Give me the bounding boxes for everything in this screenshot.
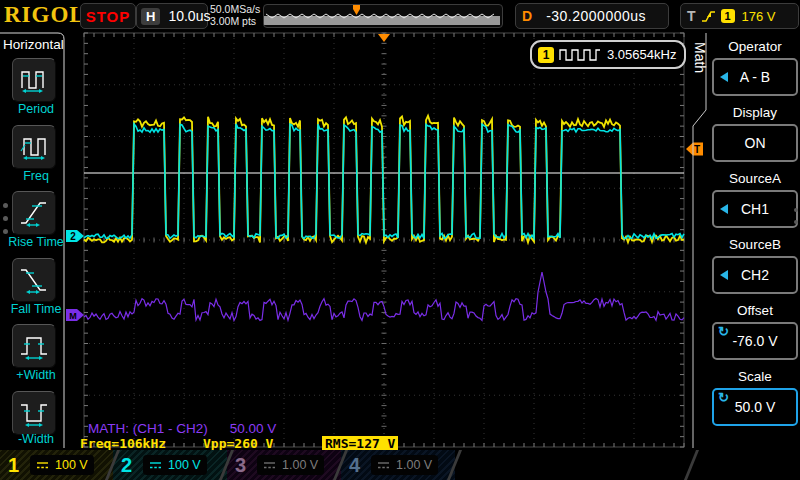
neg-width-icon	[18, 397, 50, 429]
channel-4-badge[interactable]: 4 1.00 V	[341, 450, 455, 480]
run-state-button[interactable]: STOP	[80, 3, 136, 29]
delay-value: -30.2000000us	[546, 8, 646, 24]
trigger-t-label: T	[687, 8, 696, 24]
knob-rotate-icon: ↻	[718, 390, 729, 405]
ch2-trace	[84, 124, 684, 239]
channel-1-badge[interactable]: 1 100 V	[0, 450, 113, 480]
trigger-level-value: 176 V	[742, 9, 776, 24]
trigger-source-badge: 1	[721, 9, 735, 23]
square-wave-icon	[559, 47, 601, 62]
memory-depth: 3.00M pts	[210, 15, 260, 27]
operator-value: A - B	[740, 69, 770, 85]
scale-value-button[interactable]: ↻ 50.0 V	[712, 388, 798, 426]
left-arrow-icon	[720, 270, 728, 280]
neg-width-button[interactable]	[12, 391, 56, 435]
source-b-value-button[interactable]: CH2	[712, 256, 798, 294]
freq-label: Freq	[0, 169, 72, 183]
trigger-position-icon[interactable]	[378, 34, 390, 42]
channel-1-number: 1	[8, 454, 24, 477]
display-label: Display	[712, 105, 798, 120]
period-icon	[18, 64, 50, 96]
preview-wave	[264, 5, 500, 25]
right-menu-page-dot	[794, 220, 798, 224]
left-menu-page-dot	[3, 203, 8, 208]
fall-time-button[interactable]	[12, 258, 56, 302]
counter-value: 3.05654kHz	[607, 47, 676, 62]
freq-icon	[18, 131, 50, 163]
waveform-display: T2M	[0, 0, 800, 480]
channel-3-scale: 1.00 V	[282, 458, 318, 472]
period-button[interactable]	[12, 58, 56, 102]
left-menu-title: Horizontal	[3, 37, 64, 52]
measurement-freq: Freq=106kHz	[80, 436, 166, 451]
source-b-label: SourceB	[712, 237, 798, 252]
measurement-rms: RMS=127 V	[322, 436, 398, 451]
fall-time-icon	[18, 264, 50, 296]
delay-box[interactable]: D -30.2000000us	[515, 3, 669, 29]
rise-time-label: Rise Time	[0, 235, 72, 249]
scale-label: Scale	[712, 369, 798, 384]
rising-edge-icon	[701, 9, 716, 24]
pos-width-label: +Width	[0, 368, 72, 382]
left-menu-page-dot	[3, 216, 8, 221]
acquisition-info: 50.0MSa/s 3.00M pts	[210, 3, 260, 27]
neg-width-label: -Width	[0, 432, 72, 446]
display-value-button[interactable]: ON	[712, 124, 798, 162]
pos-width-button[interactable]	[12, 324, 56, 368]
rise-time-button[interactable]	[12, 191, 56, 235]
period-label: Period	[0, 102, 72, 116]
source-a-label: SourceA	[712, 171, 798, 186]
channel-status-bar: 1 100 V 2 100 V 3	[0, 450, 800, 480]
math-tab: Math	[692, 42, 708, 73]
zone-divider	[684, 450, 699, 480]
channel-3-number: 3	[235, 454, 251, 477]
freq-button[interactable]	[12, 125, 56, 169]
sample-rate: 50.0MSa/s	[210, 3, 260, 15]
run-state-label: STOP	[86, 8, 131, 25]
fall-time-label: Fall Time	[0, 302, 72, 316]
dc-coupling-icon	[149, 461, 162, 470]
operator-value-button[interactable]: A - B	[712, 58, 798, 96]
horizontal-timebase-box[interactable]: H 10.0us	[136, 3, 208, 29]
trigger-box[interactable]: T 1 176 V	[680, 3, 799, 29]
channel-3-badge[interactable]: 3 1.00 V	[227, 450, 341, 480]
oscilloscope-screen: T2M RIGOL STOP H 10.0us 50.0MSa/s 3.00M …	[0, 0, 800, 480]
frequency-counter-badge: 1 3.05654kHz	[530, 40, 686, 69]
dc-coupling-icon	[263, 461, 276, 470]
channel-1-scale: 100 V	[55, 458, 88, 472]
trigger-level-flag[interactable]: T	[686, 143, 703, 156]
dc-coupling-icon	[36, 461, 49, 470]
counter-source-badge: 1	[538, 47, 554, 63]
math-scale: 50.00 V	[230, 421, 277, 436]
right-menu-page-dot	[794, 208, 798, 212]
channel-2-scale: 100 V	[168, 458, 201, 472]
waveform-preview-bar[interactable]	[263, 4, 503, 28]
offset-label: Offset	[712, 303, 798, 318]
source-a-value-button[interactable]: CH1	[712, 190, 798, 228]
channel-2-number: 2	[121, 454, 137, 477]
source-a-value: CH1	[741, 201, 769, 217]
operator-label: Operator	[712, 39, 798, 54]
math-expression: MATH: (CH1 - CH2)	[88, 421, 208, 436]
measurement-vpp: Vpp=260 V	[203, 436, 273, 451]
math-readout: MATH: (CH1 - CH2)50.00 V	[88, 421, 276, 436]
channel-4-scale: 1.00 V	[396, 458, 432, 472]
timebase-value: 10.0us	[168, 8, 210, 24]
rigol-logo: RIGOL	[4, 2, 86, 28]
source-b-value: CH2	[741, 267, 769, 283]
offset-value: -76.0 V	[732, 333, 777, 349]
trigger-flag-letter: T	[694, 144, 700, 155]
left-arrow-icon	[720, 204, 728, 214]
rise-time-icon	[18, 197, 50, 229]
left-menu-page-dot	[3, 229, 8, 234]
scale-value: 50.0 V	[735, 399, 775, 415]
pos-width-icon	[18, 330, 50, 362]
display-value: ON	[745, 135, 766, 151]
channel-4-number: 4	[349, 454, 365, 477]
delay-d-icon: D	[522, 8, 532, 24]
channel-2-badge[interactable]: 2 100 V	[113, 450, 227, 480]
offset-value-button[interactable]: ↻ -76.0 V	[712, 322, 798, 360]
left-arrow-icon	[720, 72, 728, 82]
knob-rotate-icon: ↻	[718, 324, 729, 339]
preview-trigger-marker-icon[interactable]	[353, 5, 360, 15]
